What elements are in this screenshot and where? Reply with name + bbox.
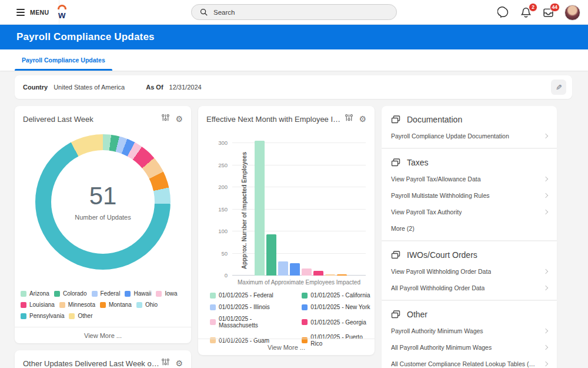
legend-label: 01/01/2025 - Georgia	[310, 319, 366, 326]
inbox-button[interactable]: 44	[542, 6, 554, 19]
card-title: Effective Next Month with Employee Impac…	[206, 115, 345, 124]
legend-item: Louisiana	[21, 301, 55, 308]
legend-swatch	[136, 302, 142, 308]
sidebar-link[interactable]: View Payroll Tax Authority	[390, 204, 549, 220]
notifications-button[interactable]: 2	[520, 6, 532, 19]
legend-item: 01/01/2025 - Georgia	[302, 316, 375, 329]
legend-label: Pennsylvania	[29, 313, 64, 319]
filter-sliders-icon[interactable]	[161, 358, 170, 368]
legend-item: 01/01/2025 - New York	[302, 304, 375, 310]
sidebar-link[interactable]: All Payroll Authority Minimum Wages	[390, 339, 549, 356]
as-of-label: As Of	[146, 84, 163, 91]
top-header: MENU w 2 44	[0, 0, 588, 25]
bar-plot-area: Appprox. Number of Impacted Employees 05…	[232, 134, 366, 276]
search-input[interactable]	[213, 9, 389, 16]
notifications-badge: 2	[529, 3, 537, 12]
legend-swatch	[125, 291, 131, 297]
legend-item: 01/01/2025 - California	[302, 292, 375, 299]
sidebar-link-label: Payroll Compliance Update Documentation	[391, 132, 509, 140]
tab-payroll-compliance-updates[interactable]: Payroll Compliance Updates	[15, 49, 112, 71]
legend-swatch	[21, 302, 26, 308]
legend-swatch	[210, 293, 216, 299]
sidebar-link[interactable]: View Payroll Withholding Order Data	[390, 263, 549, 280]
chat-button[interactable]	[497, 6, 510, 19]
filter-sliders-icon[interactable]	[161, 114, 170, 124]
pages-icon	[391, 158, 400, 167]
sidebar-link[interactable]: More (2)	[390, 220, 549, 237]
donut-total-value: 51	[89, 184, 117, 208]
y-tick-label: 100	[205, 228, 228, 234]
y-tick-label: 200	[205, 184, 228, 190]
legend-swatch	[302, 293, 308, 299]
bar-01/01/2025 - Guam[interactable]	[325, 274, 335, 276]
edit-filters-button[interactable]: ✎	[551, 79, 566, 95]
legend-swatch	[156, 291, 162, 297]
legend-label: Louisiana	[29, 301, 55, 308]
x-axis-label: Maximum of Approximate Employees Impacte…	[232, 279, 366, 286]
sidebar-link[interactable]: Payroll Authority Minimum Wages	[390, 323, 549, 339]
chevron-right-icon	[543, 345, 548, 350]
bar-01/01/2025 - Georgia[interactable]	[313, 271, 323, 276]
sidebar-link[interactable]: Payroll Compliance Update Documentation	[390, 128, 549, 144]
tab-row: Payroll Compliance Updates	[0, 49, 588, 71]
legend-item: Minnesota	[59, 301, 95, 308]
country-value: United States of America	[54, 84, 125, 91]
workday-logo[interactable]: w	[55, 4, 70, 21]
legend-item: Montana	[100, 301, 132, 308]
bar-01/01/2025 - Illinois[interactable]	[278, 261, 288, 276]
gear-icon[interactable]: ⚙	[175, 115, 183, 123]
pages-icon	[391, 115, 400, 124]
bar-01/01/2025 - Federal[interactable]	[255, 141, 265, 276]
legend-label: Federal	[101, 290, 121, 297]
donut-legend: ArizonaColoradoFederalHawaiiIowaLouisian…	[21, 290, 186, 319]
sidebar-section-other: OtherPayroll Authority Minimum WagesAll …	[382, 301, 557, 368]
legend-label: 01/01/2025 - Massachusetts	[219, 316, 292, 329]
legend-swatch	[21, 291, 26, 297]
card-title: Other Updates Delivered Last Week or Eff…	[23, 359, 161, 368]
gear-icon[interactable]: ⚙	[359, 115, 366, 123]
country-label: Country	[23, 84, 48, 91]
quick-links-sidebar: DocumentationPayroll Compliance Update D…	[382, 106, 557, 368]
logo-arc-icon	[58, 5, 66, 9]
section-header: Taxes	[390, 154, 549, 171]
donut-center: 51 Number of Updates	[51, 150, 155, 254]
pencil-icon: ✎	[556, 83, 562, 92]
sidebar-link[interactable]: View Payroll Tax/Allowance Data	[390, 171, 549, 187]
legend-item: 01/01/2025 - Illinois	[210, 304, 292, 310]
y-tick-label: 50	[205, 250, 228, 257]
sidebar-section-taxes: TaxesView Payroll Tax/Allowance DataPayr…	[382, 149, 557, 240]
sidebar-link[interactable]: All Customer Compliance Related Lookup T…	[390, 356, 549, 368]
chevron-right-icon	[543, 362, 548, 366]
view-more-link[interactable]: View More ...	[198, 339, 375, 355]
bar-01/01/2025 - New York[interactable]	[290, 263, 300, 276]
sidebar-link-label: View Payroll Tax/Allowance Data	[391, 175, 481, 183]
sidebar-link[interactable]: All Payroll Withholding Order Data	[390, 280, 549, 296]
legend-swatch	[210, 319, 216, 325]
legend-item: Pennsylvania	[21, 313, 64, 319]
bar-01/01/2025 - California[interactable]	[266, 234, 276, 276]
sidebar-section-iwos-court-orders: IWOs/Court OrdersView Payroll Withholdin…	[382, 241, 557, 300]
legend-swatch	[54, 291, 60, 297]
menu-button[interactable]: MENU	[0, 0, 59, 24]
legend-swatch	[69, 313, 75, 319]
bar-01/01/2025 - Massachusetts[interactable]	[302, 268, 312, 276]
sidebar-section-documentation: DocumentationPayroll Compliance Update D…	[382, 106, 557, 148]
avatar[interactable]	[564, 5, 580, 21]
bar-01/01/2025 - Puerto Rico[interactable]	[337, 274, 347, 276]
gear-icon[interactable]: ⚙	[175, 359, 183, 367]
filter-bar: Country United States of America As Of 1…	[15, 75, 572, 99]
section-title: IWOs/Court Orders	[407, 250, 477, 260]
view-more-link[interactable]: View More ...	[15, 327, 191, 343]
legend-label: 01/01/2025 - Federal	[219, 292, 273, 299]
legend-label: Arizona	[29, 290, 49, 297]
filter-sliders-icon[interactable]	[345, 114, 353, 124]
bars-group	[255, 141, 347, 276]
legend-label: 01/01/2025 - California	[310, 292, 370, 299]
legend-item: Ohio	[136, 301, 158, 308]
legend-swatch	[21, 313, 26, 319]
legend-item: Other	[69, 313, 92, 319]
legend-swatch	[302, 319, 308, 325]
sidebar-link[interactable]: Payroll Multistate Withholding Rules	[390, 187, 549, 204]
chat-icon	[497, 6, 510, 19]
chevron-right-icon	[543, 193, 548, 198]
